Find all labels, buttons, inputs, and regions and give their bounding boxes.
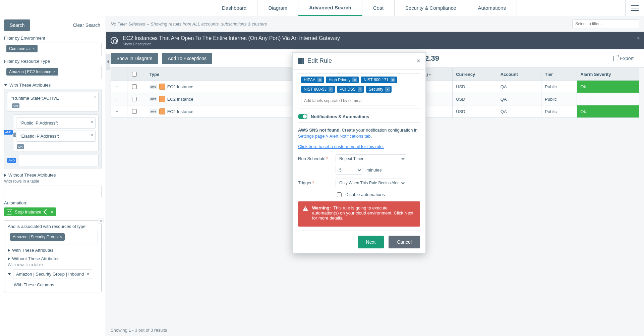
filter-env-box[interactable]: Commercial × bbox=[4, 43, 102, 56]
edit-icon[interactable] bbox=[43, 209, 49, 215]
remove-automation-icon[interactable]: × bbox=[51, 209, 54, 214]
cell-account: QA bbox=[497, 93, 541, 105]
or-pill[interactable]: OR bbox=[17, 144, 24, 149]
chip-ec2-instance[interactable]: Amazon | EC2 Instance × bbox=[6, 68, 58, 76]
or-pill[interactable]: OR bbox=[12, 103, 19, 108]
select-all-checkbox[interactable] bbox=[132, 72, 137, 77]
label-tag[interactable]: HIPAA× bbox=[301, 77, 324, 83]
col-tier[interactable]: Tier bbox=[541, 68, 577, 81]
run-schedule-select[interactable]: Repeat Timer bbox=[336, 154, 406, 163]
with-attrs-toggle[interactable]: With These Attributes bbox=[4, 83, 102, 88]
without-attrs-toggle-2[interactable]: Without These Attributes bbox=[8, 256, 98, 261]
add-to-exceptions-button[interactable]: Add To Exceptions bbox=[162, 53, 212, 64]
attr-runtime-state[interactable]: × "Runtime State":ACTIVE OR bbox=[7, 92, 99, 112]
row-checkbox[interactable] bbox=[132, 109, 137, 114]
clear-search-button[interactable]: Clear Search bbox=[71, 19, 102, 31]
dismiss-assoc-icon[interactable]: × bbox=[98, 218, 104, 224]
with-attrs-toggle-2[interactable]: With These Attributes bbox=[8, 248, 98, 253]
chip-remove-icon[interactable]: × bbox=[53, 69, 56, 74]
remove-attr-icon[interactable]: × bbox=[91, 120, 93, 125]
cell-account: QA bbox=[497, 81, 541, 93]
filter-res-label: Filter by Resource Type bbox=[4, 59, 102, 64]
attr-public-ip[interactable]: × "Public IP Address": bbox=[16, 117, 96, 129]
chip-remove-icon[interactable]: × bbox=[33, 46, 35, 51]
filter-input[interactable] bbox=[572, 19, 639, 28]
remove-attr-icon[interactable]: × bbox=[94, 94, 96, 99]
label-tag[interactable]: High Priority× bbox=[326, 77, 359, 83]
trigger-select[interactable]: Only When This Rule Begins Alerting bbox=[336, 179, 406, 187]
filter-res-box[interactable]: Amazon | EC2 Instance × bbox=[4, 66, 102, 79]
ec2-icon bbox=[159, 108, 165, 114]
nav-menu-button[interactable] bbox=[625, 0, 644, 16]
col-currency[interactable]: Currency bbox=[453, 68, 497, 81]
subheader: No Filter Selected -- Showing results fr… bbox=[106, 16, 644, 32]
chevron-left-icon bbox=[107, 60, 109, 63]
disable-automations-checkbox[interactable] bbox=[337, 192, 342, 197]
row-checkbox[interactable] bbox=[132, 84, 137, 89]
rows-in-table-input[interactable] bbox=[4, 186, 102, 197]
remove-attr-icon[interactable]: × bbox=[91, 133, 93, 138]
chip-security-group[interactable]: Amazon | Security Group × bbox=[10, 233, 65, 241]
attr-empty-input[interactable] bbox=[19, 155, 99, 166]
modal-footer: Next Cancel bbox=[293, 231, 425, 253]
chip-commercial[interactable]: Commercial × bbox=[6, 45, 38, 52]
settings-link[interactable]: Settings page > Alert Notifications tab bbox=[298, 134, 370, 139]
label-tag[interactable]: Security× bbox=[366, 86, 392, 93]
disable-automations-label: Disable automations bbox=[345, 192, 385, 197]
nav-security-compliance[interactable]: Security & Compliance bbox=[395, 0, 467, 16]
nav-automations[interactable]: Automations bbox=[467, 0, 517, 16]
type-label: EC2 Instance bbox=[167, 97, 193, 102]
interval-select[interactable]: 5 bbox=[336, 166, 362, 175]
nav-cost[interactable]: Cost bbox=[362, 0, 395, 16]
tag-remove-icon[interactable]: × bbox=[358, 87, 362, 92]
and-pill[interactable]: AND bbox=[4, 130, 13, 135]
tag-remove-icon[interactable]: × bbox=[352, 78, 357, 82]
filter-status: No Filter Selected -- Showing results fr… bbox=[111, 21, 568, 27]
next-button[interactable]: Next bbox=[358, 236, 384, 248]
expand-row-icon[interactable]: + bbox=[114, 84, 120, 89]
show-description-link[interactable]: Show Description bbox=[123, 42, 340, 46]
tag-input[interactable] bbox=[301, 96, 417, 105]
export-button[interactable]: Export bbox=[608, 53, 639, 64]
table-chip[interactable]: Amazon | Security Group | Inbound × bbox=[13, 269, 92, 279]
attr-elastic-ip[interactable]: × "Elastic IP Address": bbox=[16, 131, 96, 142]
modal-close-icon[interactable]: × bbox=[417, 58, 420, 64]
expand-row-icon[interactable]: + bbox=[114, 109, 120, 114]
label-tag[interactable]: NIST 800-171× bbox=[361, 77, 397, 83]
nav-diagram[interactable]: Diagram bbox=[257, 0, 298, 16]
warning-label: Warning: bbox=[312, 205, 331, 210]
remove-table-chip-icon[interactable]: × bbox=[87, 272, 90, 277]
expand-row-icon[interactable]: + bbox=[114, 96, 120, 102]
label-tag[interactable]: PCI DSS× bbox=[337, 86, 364, 93]
tag-remove-icon[interactable]: × bbox=[385, 87, 390, 92]
notifications-toggle[interactable] bbox=[298, 114, 307, 119]
col-alarm[interactable]: Alarm Severity bbox=[577, 68, 639, 81]
with-cols-toggle[interactable]: With These Columns bbox=[14, 282, 98, 287]
nav-dashboard[interactable]: Dashboard bbox=[211, 0, 257, 16]
col-account[interactable]: Account bbox=[497, 68, 541, 81]
and-pill[interactable]: AND bbox=[7, 158, 16, 163]
tag-editor[interactable]: HIPAA×High Priority×NIST 800-171×NIST 80… bbox=[298, 74, 420, 108]
tag-remove-icon[interactable]: × bbox=[329, 87, 333, 92]
custom-email-link[interactable]: Click here to set a custom email for thi… bbox=[298, 144, 384, 149]
label-tag[interactable]: NIST 800-53× bbox=[301, 86, 335, 93]
tag-remove-icon[interactable]: × bbox=[391, 78, 395, 82]
col-type[interactable]: Type bbox=[146, 68, 217, 81]
row-checkbox[interactable] bbox=[132, 97, 137, 101]
nav-advanced-search[interactable]: Advanced Search bbox=[298, 0, 362, 16]
without-attrs-toggle[interactable]: Without These Attributes bbox=[4, 173, 102, 178]
chip-remove-icon[interactable]: × bbox=[60, 235, 62, 239]
sidebar-collapse-button[interactable] bbox=[106, 54, 110, 70]
chip-label: Amazon | EC2 Instance bbox=[9, 69, 51, 74]
cell-alarm: Ok bbox=[577, 81, 639, 93]
assoc-chipbox[interactable]: Amazon | Security Group × bbox=[8, 231, 98, 244]
close-banner-icon[interactable]: × bbox=[637, 35, 640, 41]
caret-down-icon[interactable] bbox=[8, 273, 11, 275]
automation-chip[interactable]: Stop Instance × bbox=[4, 207, 56, 216]
cancel-button[interactable]: Cancel bbox=[389, 236, 420, 248]
search-button[interactable]: Search bbox=[4, 19, 30, 31]
col-select[interactable] bbox=[127, 68, 146, 81]
col-expand bbox=[111, 68, 127, 81]
show-in-diagram-button[interactable]: Show In Diagram bbox=[111, 53, 158, 64]
tag-remove-icon[interactable]: × bbox=[317, 78, 322, 82]
